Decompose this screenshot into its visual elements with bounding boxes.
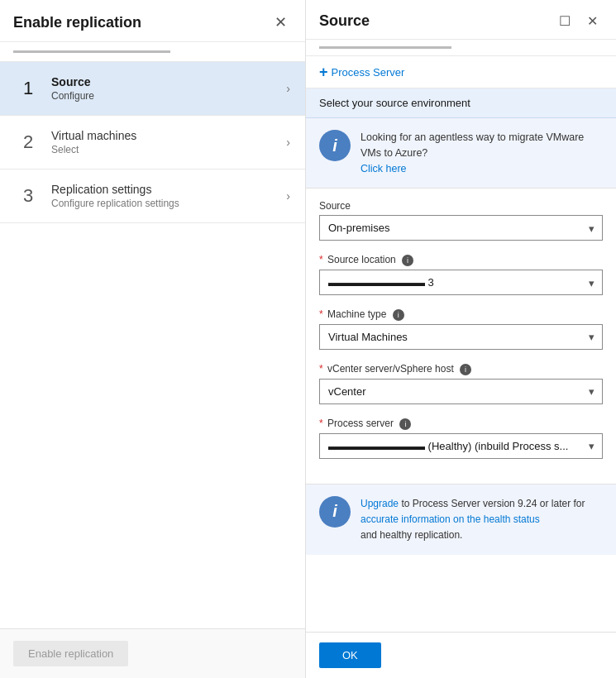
step-3[interactable]: 3 Replication settings Configure replica… (0, 170, 305, 223)
maximize-icon: ☐ (559, 14, 571, 28)
left-header: Enable replication ✕ (0, 0, 305, 42)
step-3-subtitle: Configure replication settings (51, 198, 279, 209)
add-process-server-button[interactable]: + Process Server (319, 64, 404, 79)
machine-type-select[interactable]: Virtual Machines (319, 324, 603, 350)
step-3-number: 3 (15, 183, 41, 209)
step-2[interactable]: 2 Virtual machines Select › (0, 116, 305, 170)
step-1-chevron: › (286, 82, 290, 95)
process-server-label: * Process server i (319, 418, 603, 430)
step-3-title: Replication settings (51, 183, 279, 196)
required-star: * (319, 254, 323, 265)
agentless-info-message: Looking for an agentless way to migrate … (361, 131, 584, 159)
health-status-link[interactable]: accurate information on the health statu… (361, 513, 540, 525)
right-panel-title: Source (319, 12, 370, 30)
form-area: Source On-premises * Source location i ▬… (306, 189, 616, 483)
vcenter-tooltip[interactable]: i (460, 364, 471, 375)
process-server-tooltip[interactable]: i (399, 418, 411, 430)
step-1[interactable]: 1 Source Configure › (0, 62, 305, 116)
upgrade-info-box: i Upgrade to Process Server version 9.24… (306, 484, 616, 556)
ok-button[interactable]: OK (319, 642, 381, 668)
left-panel-title: Enable replication (13, 14, 141, 31)
machine-type-tooltip[interactable]: i (393, 309, 404, 321)
steps-container: 1 Source Configure › 2 Virtual machines … (0, 62, 305, 628)
step-2-title: Virtual machines (51, 129, 279, 142)
upgrade-text-middle: to Process Server version 9.24 or later … (401, 498, 585, 509)
left-watermark: ▬▬▬▬▬▬▬▬▬▬▬▬▬▬▬▬▬▬▬ (0, 42, 305, 62)
enable-replication-button[interactable]: Enable replication (13, 641, 128, 666)
step-2-number: 2 (15, 129, 41, 155)
upgrade-link[interactable]: Upgrade (361, 498, 399, 509)
right-header: Source ☐ ✕ (306, 0, 616, 40)
step-3-chevron: › (286, 189, 290, 203)
step-2-chevron: › (286, 136, 290, 149)
source-form-group: Source On-premises (319, 200, 603, 241)
source-location-form-group: * Source location i ▬▬▬▬▬▬▬▬▬ 3 (319, 254, 603, 295)
plus-icon: + (319, 64, 328, 79)
step-1-text: Source Configure (51, 75, 279, 102)
step-1-subtitle: Configure (51, 90, 279, 102)
upgrade-text-after: and healthy replication. (361, 529, 462, 541)
agentless-info-text: Looking for an agentless way to migrate … (361, 130, 603, 176)
left-close-button[interactable]: ✕ (270, 12, 292, 33)
source-select[interactable]: On-premises (319, 215, 603, 241)
process-server-form-group: * Process server i ▬▬▬▬▬▬▬▬▬ (Healthy) (… (319, 418, 603, 459)
required-star: * (319, 418, 323, 429)
source-location-tooltip[interactable]: i (402, 255, 413, 266)
vcenter-label: * vCenter server/vSphere host i (319, 363, 603, 375)
click-here-link[interactable]: Click here (361, 163, 407, 174)
vcenter-form-group: * vCenter server/vSphere host i vCenter (319, 363, 603, 404)
step-1-title: Source (51, 75, 279, 88)
source-location-select-wrapper: ▬▬▬▬▬▬▬▬▬ 3 (319, 270, 603, 295)
source-env-header: Select your source environment (306, 88, 616, 118)
info-icon: i (319, 130, 351, 161)
vcenter-select-wrapper: vCenter (319, 379, 603, 404)
right-watermark: ▬▬▬▬▬▬▬▬▬▬▬▬▬▬▬▬ (306, 40, 616, 56)
machine-type-form-group: * Machine type i Virtual Machines (319, 308, 603, 350)
machine-type-select-wrapper: Virtual Machines (319, 324, 603, 350)
right-panel: Source ☐ ✕ ▬▬▬▬▬▬▬▬▬▬▬▬▬▬▬▬ + Process Se… (306, 0, 616, 678)
process-server-bar: + Process Server (306, 56, 616, 88)
left-panel: Enable replication ✕ ▬▬▬▬▬▬▬▬▬▬▬▬▬▬▬▬▬▬▬… (0, 0, 306, 678)
step-2-text: Virtual machines Select (51, 129, 279, 155)
step-3-text: Replication settings Configure replicati… (51, 183, 279, 209)
close-icon: ✕ (275, 14, 287, 31)
process-server-select[interactable]: ▬▬▬▬▬▬▬▬▬ (Healthy) (inbuild Process s..… (319, 433, 603, 459)
maximize-button[interactable]: ☐ (554, 12, 575, 31)
vcenter-select[interactable]: vCenter (319, 379, 603, 404)
right-close-button[interactable]: ✕ (582, 12, 603, 31)
close-icon: ✕ (587, 14, 598, 28)
upgrade-info-icon: i (319, 496, 351, 528)
right-header-actions: ☐ ✕ (554, 12, 603, 31)
agentless-info-box: i Looking for an agentless way to migrat… (306, 118, 616, 189)
right-footer: OK (306, 632, 616, 678)
step-2-subtitle: Select (51, 144, 279, 155)
source-location-label: * Source location i (319, 254, 603, 266)
source-location-select[interactable]: ▬▬▬▬▬▬▬▬▬ 3 (319, 270, 603, 295)
right-content: + Process Server Select your source envi… (306, 56, 616, 632)
process-server-select-wrapper: ▬▬▬▬▬▬▬▬▬ (Healthy) (inbuild Process s..… (319, 433, 603, 459)
upgrade-text-content: Upgrade to Process Server version 9.24 o… (361, 496, 603, 544)
required-star: * (319, 363, 323, 375)
machine-type-label: * Machine type i (319, 308, 603, 321)
source-label: Source (319, 200, 603, 212)
left-footer: Enable replication (0, 628, 305, 678)
required-star: * (319, 308, 323, 320)
source-select-wrapper: On-premises (319, 215, 603, 241)
step-1-number: 1 (15, 75, 41, 102)
process-server-btn-label: Process Server (332, 66, 405, 79)
